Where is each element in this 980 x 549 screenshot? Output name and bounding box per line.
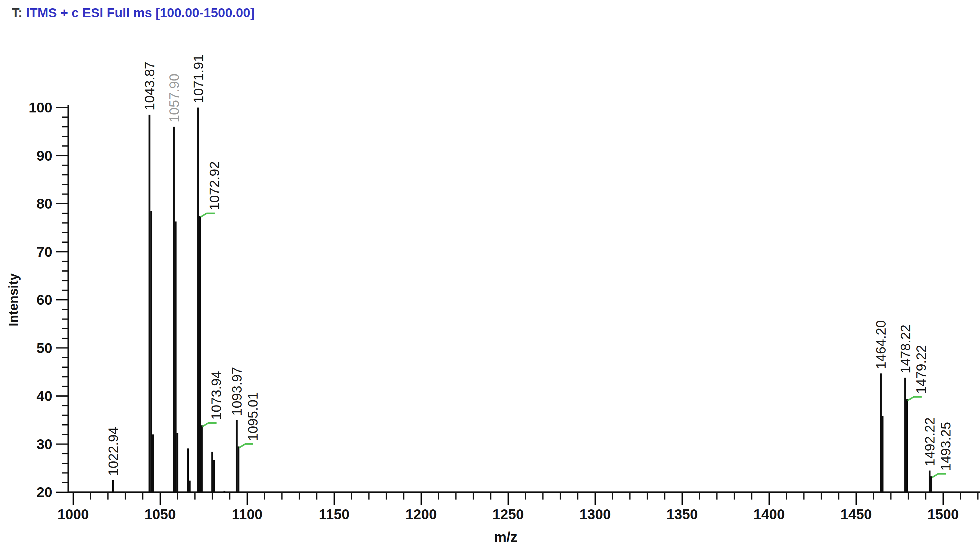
peak-bar <box>906 399 908 492</box>
x-tick-label: 1350 <box>667 506 698 522</box>
peak-label: 1095.01 <box>245 392 260 441</box>
peak-bar <box>223 490 225 492</box>
x-tick-label: 1050 <box>145 506 176 522</box>
peak-bar <box>880 373 881 492</box>
peak-label: 1072.92 <box>207 161 222 210</box>
y-tick-label: 80 <box>37 196 52 212</box>
peak-bar <box>152 435 154 492</box>
peak-label: 1478.22 <box>898 324 913 373</box>
peak-bar <box>211 452 213 492</box>
y-tick-label: 20 <box>37 484 52 500</box>
x-axis-title: m/z <box>494 529 518 545</box>
x-tick-label: 1100 <box>232 506 262 522</box>
y-tick-label: 30 <box>37 436 52 452</box>
x-tick-label: 1000 <box>57 506 89 522</box>
peak-bar <box>189 481 191 492</box>
peak-bar <box>201 425 203 492</box>
peak-bar <box>236 420 238 492</box>
xcalibur-spectrum-view: T: ITMS + c ESI Full ms [100.00-1500.00]… <box>0 0 980 549</box>
peak-label: 1071.91 <box>191 54 206 103</box>
x-tick-label: 1250 <box>492 506 524 522</box>
y-tick-label: 60 <box>37 292 52 308</box>
peak-bar <box>148 114 150 492</box>
peak-bar <box>112 480 114 492</box>
x-tick-label: 1300 <box>579 506 611 522</box>
y-tick-label: 90 <box>37 148 52 164</box>
peak-bar <box>150 211 152 492</box>
x-tick-label: 1150 <box>319 506 350 522</box>
peak-label: 1493.25 <box>938 422 953 471</box>
peak-bar <box>173 127 175 492</box>
y-tick-label: 40 <box>37 388 52 404</box>
peak-label: 1464.20 <box>873 320 888 369</box>
y-tick-label: 50 <box>37 340 52 356</box>
peak-flag-connector <box>202 423 217 427</box>
peak-label: 1479.22 <box>913 345 929 394</box>
peak-bar <box>199 216 201 492</box>
peak-flag-connector <box>932 474 946 478</box>
peak-label: 1492.22 <box>922 417 937 466</box>
mass-spectrum-chart[interactable]: 2030405060708090100100010501100115012001… <box>0 0 980 549</box>
peak-label: 1073.94 <box>209 371 224 420</box>
peak-bar <box>177 433 178 492</box>
x-tick-label: 1500 <box>928 506 959 522</box>
y-tick-label: 100 <box>29 100 52 116</box>
peak-bar <box>929 471 931 492</box>
x-tick-label: 1200 <box>406 506 437 522</box>
x-tick-label: 1450 <box>840 506 872 522</box>
peak-bar <box>881 416 883 492</box>
peak-bar <box>931 476 932 492</box>
peak-label: 1043.87 <box>142 62 157 110</box>
peak-flag-connector <box>239 444 253 447</box>
peak-bar <box>213 460 215 492</box>
peak-flag-connector <box>907 397 921 401</box>
peak-label: 1022.94 <box>106 427 121 476</box>
peak-bar <box>175 222 177 492</box>
peak-label: 1093.97 <box>229 367 244 416</box>
peak-bar <box>904 378 906 492</box>
peak-bar <box>238 446 239 492</box>
peak-bar <box>197 108 199 492</box>
x-tick-label: 1400 <box>753 506 785 522</box>
y-tick-label: 70 <box>37 244 52 260</box>
peak-label: 1057.90 <box>167 74 182 122</box>
peak-bar <box>187 449 189 492</box>
y-axis-title: Intensity <box>6 273 21 326</box>
peak-flag-connector <box>201 213 215 217</box>
